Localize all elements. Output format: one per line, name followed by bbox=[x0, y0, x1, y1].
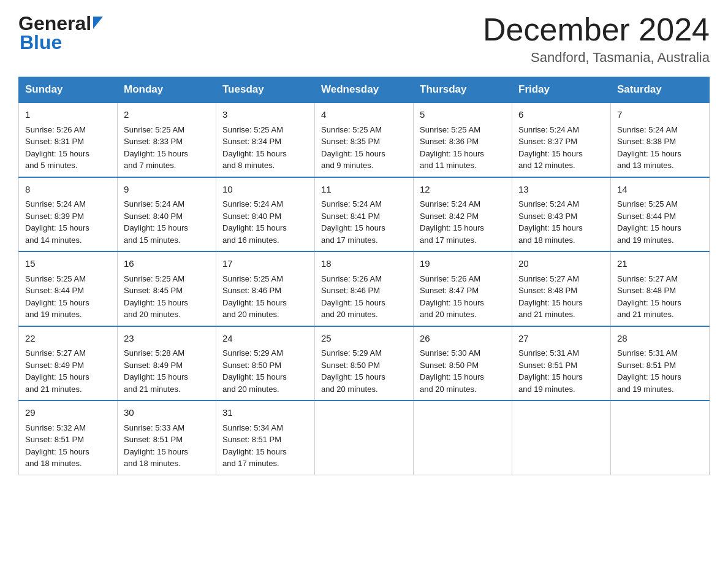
calendar-cell: 8Sunrise: 5:24 AMSunset: 8:39 PMDaylight… bbox=[19, 177, 118, 252]
day-number: 2 bbox=[124, 108, 210, 122]
calendar-cell: 31Sunrise: 5:34 AMSunset: 8:51 PMDayligh… bbox=[216, 400, 315, 475]
sunset-text: Sunset: 8:51 PM bbox=[25, 435, 84, 444]
sunrise-text: Sunrise: 5:25 AM bbox=[222, 125, 283, 134]
calendar-cell: 30Sunrise: 5:33 AMSunset: 8:51 PMDayligh… bbox=[118, 400, 216, 475]
weekday-header-row: SundayMondayTuesdayWednesdayThursdayFrid… bbox=[19, 77, 710, 103]
calendar-week-row: 22Sunrise: 5:27 AMSunset: 8:49 PMDayligh… bbox=[19, 326, 710, 401]
sunset-text: Sunset: 8:49 PM bbox=[124, 361, 183, 370]
sunrise-text: Sunrise: 5:32 AM bbox=[25, 423, 86, 432]
calendar-cell: 29Sunrise: 5:32 AMSunset: 8:51 PMDayligh… bbox=[19, 400, 118, 475]
sunrise-text: Sunrise: 5:29 AM bbox=[222, 348, 283, 358]
sunset-text: Sunset: 8:43 PM bbox=[518, 212, 577, 221]
calendar-cell: 18Sunrise: 5:26 AMSunset: 8:46 PMDayligh… bbox=[315, 251, 414, 326]
daylight-text: Daylight: 15 hours bbox=[222, 223, 287, 232]
daylight-text-2: and 20 minutes. bbox=[420, 310, 477, 319]
daylight-text-2: and 18 minutes. bbox=[518, 236, 575, 245]
daylight-text: Daylight: 15 hours bbox=[420, 223, 484, 232]
sunset-text: Sunset: 8:49 PM bbox=[25, 361, 84, 370]
calendar-cell: 13Sunrise: 5:24 AMSunset: 8:43 PMDayligh… bbox=[512, 177, 611, 252]
sunrise-text: Sunrise: 5:24 AM bbox=[25, 199, 86, 209]
sunrise-text: Sunrise: 5:27 AM bbox=[25, 348, 86, 358]
calendar-cell: 5Sunrise: 5:25 AMSunset: 8:36 PMDaylight… bbox=[414, 102, 512, 177]
day-number: 12 bbox=[420, 183, 506, 197]
calendar-cell: 25Sunrise: 5:29 AMSunset: 8:50 PMDayligh… bbox=[315, 326, 414, 401]
daylight-text-2: and 5 minutes. bbox=[25, 161, 77, 170]
calendar-cell: 2Sunrise: 5:25 AMSunset: 8:33 PMDaylight… bbox=[118, 102, 216, 177]
sunset-text: Sunset: 8:46 PM bbox=[222, 286, 281, 295]
location-title: Sandford, Tasmania, Australia bbox=[483, 50, 710, 66]
sunrise-text: Sunrise: 5:28 AM bbox=[124, 348, 184, 358]
daylight-text: Daylight: 15 hours bbox=[25, 223, 89, 232]
daylight-text: Daylight: 15 hours bbox=[25, 149, 89, 158]
day-number: 6 bbox=[518, 108, 604, 122]
daylight-text: Daylight: 15 hours bbox=[617, 372, 681, 381]
calendar-cell bbox=[414, 400, 512, 475]
sunset-text: Sunset: 8:31 PM bbox=[25, 137, 84, 146]
daylight-text: Daylight: 15 hours bbox=[617, 298, 681, 307]
sunset-text: Sunset: 8:51 PM bbox=[124, 435, 183, 444]
daylight-text: Daylight: 15 hours bbox=[420, 372, 484, 381]
sunrise-text: Sunrise: 5:33 AM bbox=[124, 423, 184, 432]
daylight-text-2: and 17 minutes. bbox=[222, 459, 279, 468]
day-number: 4 bbox=[321, 108, 407, 122]
calendar-table: SundayMondayTuesdayWednesdayThursdayFrid… bbox=[18, 77, 710, 475]
day-number: 15 bbox=[25, 257, 111, 271]
daylight-text: Daylight: 15 hours bbox=[617, 223, 681, 232]
logo-area: General Blue bbox=[18, 12, 103, 54]
calendar-cell: 24Sunrise: 5:29 AMSunset: 8:50 PMDayligh… bbox=[216, 326, 315, 401]
daylight-text-2: and 19 minutes. bbox=[25, 310, 82, 319]
calendar-cell: 4Sunrise: 5:25 AMSunset: 8:35 PMDaylight… bbox=[315, 102, 414, 177]
sunrise-text: Sunrise: 5:24 AM bbox=[321, 199, 382, 209]
calendar-cell: 1Sunrise: 5:26 AMSunset: 8:31 PMDaylight… bbox=[19, 102, 118, 177]
sunset-text: Sunset: 8:48 PM bbox=[518, 286, 577, 295]
day-number: 11 bbox=[321, 183, 407, 197]
daylight-text: Daylight: 15 hours bbox=[222, 149, 287, 158]
day-number: 7 bbox=[617, 108, 703, 122]
sunrise-text: Sunrise: 5:24 AM bbox=[222, 199, 283, 209]
daylight-text: Daylight: 15 hours bbox=[124, 223, 188, 232]
daylight-text-2: and 20 minutes. bbox=[124, 310, 181, 319]
sunrise-text: Sunrise: 5:26 AM bbox=[321, 274, 382, 283]
sunset-text: Sunset: 8:48 PM bbox=[617, 286, 676, 295]
daylight-text-2: and 17 minutes. bbox=[420, 236, 477, 245]
daylight-text-2: and 7 minutes. bbox=[124, 161, 176, 170]
calendar-cell: 11Sunrise: 5:24 AMSunset: 8:41 PMDayligh… bbox=[315, 177, 414, 252]
daylight-text-2: and 18 minutes. bbox=[25, 459, 82, 468]
daylight-text-2: and 20 minutes. bbox=[321, 385, 378, 394]
sunset-text: Sunset: 8:50 PM bbox=[222, 361, 281, 370]
daylight-text-2: and 21 minutes. bbox=[124, 385, 181, 394]
daylight-text: Daylight: 15 hours bbox=[25, 372, 89, 381]
sunrise-text: Sunrise: 5:30 AM bbox=[420, 348, 480, 358]
daylight-text-2: and 20 minutes. bbox=[420, 385, 477, 394]
daylight-text-2: and 13 minutes. bbox=[617, 161, 674, 170]
calendar-cell bbox=[512, 400, 611, 475]
daylight-text-2: and 19 minutes. bbox=[617, 385, 674, 394]
sunrise-text: Sunrise: 5:25 AM bbox=[124, 274, 184, 283]
day-number: 3 bbox=[222, 108, 308, 122]
day-number: 1 bbox=[25, 108, 111, 122]
sunset-text: Sunset: 8:34 PM bbox=[222, 137, 281, 146]
daylight-text: Daylight: 15 hours bbox=[25, 447, 89, 456]
daylight-text-2: and 15 minutes. bbox=[124, 236, 181, 245]
weekday-header-sunday: Sunday bbox=[19, 77, 118, 103]
weekday-header-friday: Friday bbox=[512, 77, 611, 103]
calendar-cell: 10Sunrise: 5:24 AMSunset: 8:40 PMDayligh… bbox=[216, 177, 315, 252]
sunrise-text: Sunrise: 5:34 AM bbox=[222, 423, 283, 432]
daylight-text-2: and 20 minutes. bbox=[321, 310, 378, 319]
sunrise-text: Sunrise: 5:26 AM bbox=[420, 274, 480, 283]
daylight-text-2: and 8 minutes. bbox=[222, 161, 275, 170]
weekday-header-saturday: Saturday bbox=[611, 77, 710, 103]
daylight-text-2: and 17 minutes. bbox=[321, 236, 378, 245]
daylight-text: Daylight: 15 hours bbox=[124, 149, 188, 158]
sunset-text: Sunset: 8:44 PM bbox=[617, 212, 676, 221]
daylight-text-2: and 11 minutes. bbox=[420, 161, 477, 170]
calendar-week-row: 1Sunrise: 5:26 AMSunset: 8:31 PMDaylight… bbox=[19, 102, 710, 177]
daylight-text: Daylight: 15 hours bbox=[321, 149, 385, 158]
calendar-week-row: 29Sunrise: 5:32 AMSunset: 8:51 PMDayligh… bbox=[19, 400, 710, 475]
sunrise-text: Sunrise: 5:25 AM bbox=[617, 199, 678, 209]
calendar-cell: 16Sunrise: 5:25 AMSunset: 8:45 PMDayligh… bbox=[118, 251, 216, 326]
calendar-week-row: 8Sunrise: 5:24 AMSunset: 8:39 PMDaylight… bbox=[19, 177, 710, 252]
sunset-text: Sunset: 8:35 PM bbox=[321, 137, 380, 146]
calendar-week-row: 15Sunrise: 5:25 AMSunset: 8:44 PMDayligh… bbox=[19, 251, 710, 326]
daylight-text: Daylight: 15 hours bbox=[518, 372, 583, 381]
